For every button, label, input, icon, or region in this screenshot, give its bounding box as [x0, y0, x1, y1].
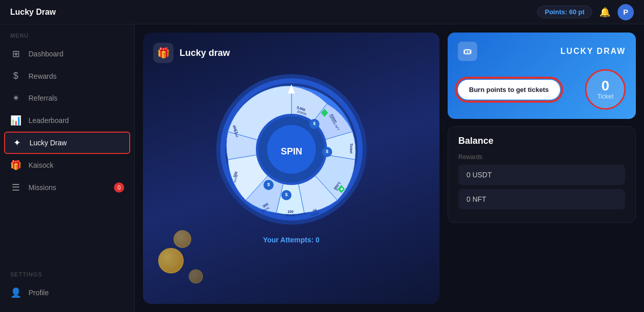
- ticket-count-wrap: 0 Ticket: [585, 69, 626, 110]
- main-layout: Menu ⊞ Dashboard $ Rewards ✴ Referrals 📊…: [0, 24, 644, 312]
- lucky-draw-card-title: Lucky draw: [180, 48, 230, 58]
- wheel-container: SPIN 3,000 points Kaiser Genesis NFT Tic…: [215, 73, 368, 226]
- sidebar-label-profile: Profile: [28, 289, 49, 297]
- gift-icon: 🎁: [153, 43, 173, 63]
- usdt-balance-row: 0 USDT: [458, 165, 625, 185]
- balance-title: Balance: [458, 136, 625, 146]
- right-panel: 🎟 LUCKY DRAW Burn points to get tickets …: [448, 33, 636, 304]
- nft-balance-row: 0 NFT: [458, 189, 625, 209]
- sidebar-item-leaderboard[interactable]: 📊 Leaderboard: [0, 109, 134, 132]
- ticket-card: 🎟 LUCKY DRAW Burn points to get tickets …: [448, 33, 636, 119]
- sidebar-label-referrals: Referrals: [28, 94, 57, 102]
- svg-text:Ticket: Ticket: [349, 143, 353, 154]
- dashboard-icon: ⊞: [10, 48, 21, 59]
- topbar-right: Points: 60 pt 🔔 P: [537, 4, 634, 20]
- points-label: Points:: [545, 8, 567, 16]
- rewards-icon: $: [10, 71, 21, 81]
- sidebar-item-rewards[interactable]: $ Rewards: [0, 65, 134, 87]
- coin-decoration: [189, 269, 203, 284]
- lucky-draw-icon: ✦: [11, 137, 22, 148]
- attempts-value: 0: [315, 236, 319, 244]
- sidebar-item-referrals[interactable]: ✴ Referrals: [0, 87, 134, 109]
- svg-text:$: $: [326, 149, 328, 154]
- sidebar-label-missions: Missions: [28, 183, 56, 192]
- bell-icon[interactable]: 🔔: [599, 7, 610, 18]
- settings-section-label: Settings: [0, 267, 134, 282]
- ticket-count: 0: [601, 79, 609, 93]
- svg-text:$: $: [313, 121, 315, 126]
- points-badge: Points: 60 pt: [537, 6, 592, 18]
- coin-decoration: [173, 230, 191, 248]
- page-title: Lucky Draw: [10, 8, 56, 17]
- lucky-draw-main-card: 🎁 Lucky draw: [143, 33, 440, 304]
- sidebar-label-rewards: Rewards: [28, 72, 56, 80]
- svg-text:100: 100: [287, 210, 294, 213]
- ticket-unit: Ticket: [597, 93, 613, 100]
- ticket-icon: 🎟: [458, 42, 477, 61]
- svg-text:$: $: [267, 182, 270, 187]
- svg-text:$: $: [285, 192, 287, 197]
- rewards-sub-label: Rewards: [458, 153, 625, 161]
- profile-icon: 👤: [10, 287, 21, 298]
- sidebar-label-kaisock: Kaisock: [28, 161, 53, 169]
- balance-card: Balance Rewards 0 USDT 0 NFT: [448, 126, 636, 223]
- kaisock-icon: 🎁: [10, 160, 21, 171]
- topbar: Lucky Draw Points: 60 pt 🔔 P: [0, 0, 644, 24]
- avatar[interactable]: P: [618, 4, 634, 20]
- sidebar-item-lucky-draw[interactable]: ✦ Lucky Draw: [4, 132, 130, 154]
- missions-badge: 0: [114, 182, 124, 193]
- menu-section-label: Menu: [0, 33, 134, 43]
- spin-label: SPIN: [280, 146, 302, 157]
- sidebar-item-missions[interactable]: ☰ Missions 0: [0, 176, 134, 199]
- attempts-label: Your Attempts:: [263, 236, 314, 244]
- sidebar-item-kaisock[interactable]: 🎁 Kaisock: [0, 154, 134, 176]
- sidebar-label-dashboard: Dashboard: [28, 50, 64, 58]
- ticket-card-label: LUCKY DRAW: [561, 47, 626, 56]
- sidebar-label-lucky-draw: Lucky Draw: [30, 139, 67, 147]
- burn-points-button[interactable]: Burn points to get tickets: [458, 80, 560, 100]
- ticket-card-body: Burn points to get tickets 0 Ticket: [458, 69, 626, 110]
- sidebar-item-dashboard[interactable]: ⊞ Dashboard: [0, 43, 134, 65]
- coin-decoration: [158, 248, 184, 273]
- sidebar-item-profile[interactable]: 👤 Profile: [0, 282, 134, 304]
- missions-icon: ☰: [10, 182, 21, 193]
- ticket-card-header: 🎟 LUCKY DRAW: [458, 42, 626, 61]
- content-area: 🎁 Lucky draw: [135, 24, 644, 312]
- svg-text:points: points: [286, 214, 294, 217]
- points-value: 60 pt: [569, 8, 584, 16]
- leaderboard-icon: 📊: [10, 115, 21, 126]
- attempts-text: Your Attempts: 0: [263, 236, 319, 244]
- sidebar-label-leaderboard: Leaderboard: [28, 116, 69, 124]
- sidebar: Menu ⊞ Dashboard $ Rewards ✴ Referrals 📊…: [0, 24, 135, 312]
- lucky-draw-header: 🎁 Lucky draw: [153, 43, 429, 63]
- spin-wheel: SPIN 3,000 points Kaiser Genesis NFT Tic…: [215, 73, 368, 226]
- referrals-icon: ✴: [10, 92, 21, 104]
